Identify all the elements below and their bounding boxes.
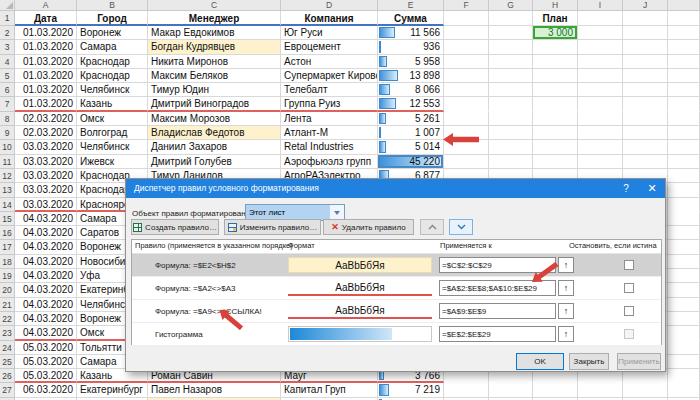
cell[interactable]: [533, 383, 578, 397]
cell[interactable]: Группа Руиз: [281, 97, 378, 111]
cell[interactable]: 04.03.2020: [15, 240, 77, 254]
cell[interactable]: [668, 240, 700, 254]
cell[interactable]: [668, 341, 700, 355]
cell[interactable]: Никита Миронов: [148, 55, 281, 69]
row-header[interactable]: 17: [0, 240, 15, 254]
column-header[interactable]: H: [533, 0, 578, 11]
cell[interactable]: [489, 97, 533, 111]
cell[interactable]: [668, 183, 700, 197]
cell[interactable]: [444, 112, 489, 126]
cell[interactable]: [489, 55, 533, 69]
cell[interactable]: [623, 69, 668, 83]
cell[interactable]: [668, 169, 700, 183]
column-header[interactable]: I: [578, 0, 623, 11]
row-header[interactable]: 11: [0, 155, 15, 169]
sum-cell[interactable]: 5 261: [378, 112, 444, 126]
header-cell[interactable]: [668, 11, 700, 26]
cell[interactable]: 04.03.2020: [15, 326, 77, 340]
sum-cell[interactable]: 5 958: [378, 55, 444, 69]
column-header[interactable]: B: [77, 0, 148, 11]
cell[interactable]: Дмитрий Голубев: [148, 155, 281, 169]
cell[interactable]: 04.03.2020: [15, 212, 77, 226]
cell[interactable]: 04.03.2020: [15, 255, 77, 269]
move-rule-down-button[interactable]: [449, 219, 473, 235]
cell[interactable]: [578, 112, 623, 126]
ok-button[interactable]: OK: [516, 353, 564, 370]
cell[interactable]: 02.03.2020: [15, 112, 77, 126]
cell[interactable]: [623, 155, 668, 169]
cell[interactable]: [578, 383, 623, 397]
cell[interactable]: Капитал Груп: [281, 383, 378, 397]
cell[interactable]: [578, 26, 623, 40]
cell[interactable]: [668, 83, 700, 97]
cell[interactable]: [623, 112, 668, 126]
column-header[interactable]: G: [489, 0, 533, 11]
cell[interactable]: [533, 69, 578, 83]
cell[interactable]: [533, 97, 578, 111]
cell[interactable]: Retal Industries: [281, 140, 378, 154]
cell[interactable]: 01.03.2020: [15, 97, 77, 111]
sum-cell[interactable]: 11 566: [378, 26, 444, 40]
cell[interactable]: 01.03.2020: [15, 69, 77, 83]
column-header[interactable]: C: [148, 0, 281, 11]
row-header[interactable]: 24: [0, 341, 15, 355]
cell[interactable]: [668, 155, 700, 169]
column-header[interactable]: D: [281, 0, 378, 11]
sum-cell[interactable]: 12 553: [378, 97, 444, 111]
stop-if-true-checkbox[interactable]: [624, 306, 634, 316]
row-header[interactable]: 14: [0, 198, 15, 212]
row-header[interactable]: 5: [0, 69, 15, 83]
cell[interactable]: [623, 383, 668, 397]
rule-row-formula-1[interactable]: Формула: =$E2<$H$2 AaBbБбЯя ↑: [132, 254, 661, 277]
cell[interactable]: Астон: [281, 55, 378, 69]
help-icon[interactable]: ?: [615, 179, 637, 198]
cell[interactable]: [668, 26, 700, 40]
row-header[interactable]: 13: [0, 183, 15, 197]
cell[interactable]: [489, 140, 533, 154]
delete-rule-button[interactable]: ✕ Удалить правило: [323, 219, 414, 235]
cell[interactable]: 01.03.2020: [15, 40, 77, 54]
cell[interactable]: 02.03.2020: [15, 126, 77, 140]
row-header[interactable]: 16: [0, 226, 15, 240]
cell[interactable]: 04.03.2020: [15, 298, 77, 312]
cell[interactable]: [668, 283, 700, 297]
cell[interactable]: [533, 40, 578, 54]
row-header[interactable]: 15: [0, 212, 15, 226]
cell[interactable]: [668, 269, 700, 283]
row-header[interactable]: 2: [0, 26, 15, 40]
select-all-corner[interactable]: [0, 0, 15, 11]
cell[interactable]: 01.03.2020: [15, 55, 77, 69]
cell[interactable]: [489, 155, 533, 169]
sum-cell[interactable]: 45 220: [378, 155, 444, 169]
cell[interactable]: Екатеринбург: [77, 383, 148, 397]
sum-cell[interactable]: 5 014: [378, 140, 444, 154]
close-icon[interactable]: ✕: [641, 179, 663, 198]
column-header[interactable]: F: [444, 0, 489, 11]
cell[interactable]: 04.03.2020: [15, 312, 77, 326]
row-header[interactable]: 20: [0, 283, 15, 297]
stop-if-true-checkbox[interactable]: [624, 283, 634, 293]
row-header[interactable]: 23: [0, 326, 15, 340]
cell[interactable]: [489, 126, 533, 140]
cell[interactable]: [623, 55, 668, 69]
cell[interactable]: 05.03.2020: [15, 341, 77, 355]
cell[interactable]: Волгоград: [77, 126, 148, 140]
edit-rule-button[interactable]: Изменить правило…: [224, 219, 321, 235]
cell[interactable]: [668, 112, 700, 126]
cell[interactable]: Максим Беляков: [148, 69, 281, 83]
cell[interactable]: [444, 83, 489, 97]
row-header[interactable]: 8: [0, 112, 15, 126]
cell[interactable]: Челябинск: [77, 140, 148, 154]
cell[interactable]: [668, 69, 700, 83]
range-picker-icon[interactable]: ↑: [558, 257, 574, 273]
cell[interactable]: [668, 226, 700, 240]
cell[interactable]: [578, 97, 623, 111]
cell[interactable]: 03.03.2020: [15, 198, 77, 212]
cell[interactable]: [668, 55, 700, 69]
cell[interactable]: Максим Морозов: [148, 112, 281, 126]
cell[interactable]: 03.03.2020: [15, 183, 77, 197]
row-header[interactable]: 9: [0, 126, 15, 140]
row-header[interactable]: 10: [0, 140, 15, 154]
cell[interactable]: [578, 55, 623, 69]
cell[interactable]: 04.03.2020: [15, 283, 77, 297]
